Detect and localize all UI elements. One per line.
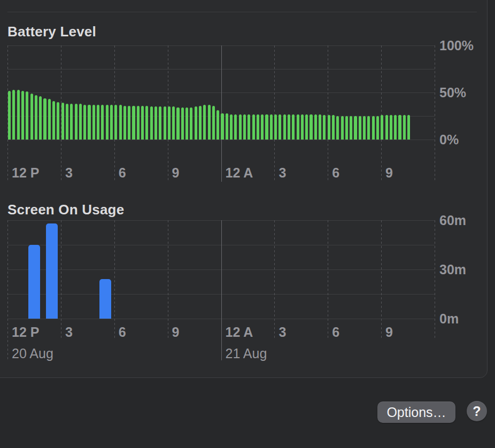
x-axis-label: 3	[279, 165, 286, 180]
battery-bar	[66, 104, 68, 140]
battery-bar	[221, 113, 223, 140]
battery-bar	[216, 110, 219, 140]
battery-bar	[310, 114, 312, 140]
battery-bar	[176, 107, 179, 140]
battery-bar	[398, 115, 401, 140]
battery-bar	[48, 99, 51, 140]
x-axis-label: 12 P	[12, 165, 39, 180]
battery-bar	[119, 105, 122, 140]
battery-bar	[150, 106, 153, 140]
battery-bar	[30, 94, 33, 140]
x-axis-label: 6	[332, 165, 339, 180]
battery-bar	[350, 116, 352, 140]
battery-bar	[70, 104, 73, 140]
battery-bar	[274, 114, 277, 140]
battery-bar	[141, 106, 144, 140]
usage-bar	[99, 279, 111, 319]
battery-bar	[265, 114, 268, 140]
screen-on-usage-title: Screen On Usage	[7, 202, 124, 218]
hour-gridline	[435, 220, 435, 339]
battery-bar	[110, 105, 113, 140]
y-axis-label: 30m	[439, 262, 466, 277]
battery-bar	[345, 116, 348, 140]
x-axis-label: 12 A	[226, 325, 253, 339]
battery-bar	[132, 106, 135, 140]
battery-bar	[243, 114, 246, 140]
battery-bar	[190, 107, 192, 140]
date-label: 21 Aug	[226, 346, 267, 361]
battery-bar	[185, 107, 188, 140]
battery-bar	[367, 116, 370, 140]
section-separator	[7, 12, 477, 12]
battery-bar	[297, 114, 299, 140]
x-axis-label: 3	[65, 325, 73, 339]
battery-bar	[128, 106, 130, 140]
battery-bar	[212, 106, 215, 140]
battery-bar	[336, 116, 339, 140]
y-axis-label: 0%	[439, 132, 459, 147]
x-axis-label: 3	[279, 325, 286, 339]
battery-bar	[159, 106, 161, 140]
battery-bar	[301, 114, 304, 140]
y-axis-label: 50%	[439, 85, 466, 100]
battery-bar	[145, 106, 148, 140]
battery-level-title: Battery Level	[7, 24, 96, 40]
battery-bar	[283, 114, 286, 140]
battery-bar	[203, 105, 206, 140]
battery-bar	[319, 114, 321, 140]
y-axis-label: 100%	[439, 38, 474, 53]
battery-bar	[101, 105, 104, 140]
battery-bar	[52, 101, 55, 140]
battery-bar	[21, 91, 24, 140]
battery-bar	[106, 105, 109, 140]
y-axis-label: 0m	[439, 311, 459, 326]
battery-bar	[123, 106, 126, 140]
battery-bar	[394, 115, 397, 140]
charts-card	[0, 0, 488, 378]
battery-bar	[83, 105, 86, 140]
battery-bar	[39, 96, 42, 140]
hour-gridline	[274, 45, 275, 182]
x-axis-label: 6	[119, 325, 126, 339]
x-axis-label: 6	[332, 325, 339, 339]
hour-gridline	[168, 220, 168, 339]
hour-gridline	[328, 220, 328, 339]
battery-bar	[385, 115, 388, 140]
battery-bar	[97, 105, 99, 140]
battery-bar	[79, 104, 82, 140]
battery-bar	[226, 113, 228, 140]
battery-bar	[8, 91, 11, 140]
battery-bar	[341, 116, 344, 140]
battery-bar	[43, 98, 46, 140]
battery-bar	[199, 106, 202, 140]
help-button[interactable]: ?	[467, 401, 487, 421]
battery-settings-pane: Battery Level Screen On Usage Options… ?…	[0, 0, 495, 448]
hour-gridline	[381, 45, 382, 182]
hour-gridline	[274, 220, 275, 339]
battery-bar	[381, 115, 383, 140]
battery-bar	[239, 114, 242, 140]
battery-bar	[154, 106, 157, 140]
battery-bar	[57, 102, 59, 140]
x-axis-label: 3	[65, 165, 73, 180]
battery-bar	[359, 116, 361, 140]
battery-bar	[248, 114, 250, 140]
battery-bar	[234, 114, 237, 140]
battery-bar	[288, 114, 290, 140]
battery-bar	[61, 103, 64, 140]
hour-gridline	[328, 45, 328, 182]
battery-bar	[208, 105, 211, 140]
battery-bar	[407, 115, 410, 140]
y-axis-label: 60m	[439, 213, 466, 228]
battery-bar	[314, 114, 317, 140]
x-axis-label: 9	[172, 165, 180, 180]
battery-bar	[363, 116, 366, 140]
battery-bar	[26, 91, 28, 140]
battery-bar	[230, 114, 233, 140]
hour-gridline	[381, 220, 382, 339]
battery-bar	[305, 114, 308, 140]
options-button[interactable]: Options…	[377, 401, 455, 423]
battery-bar	[195, 106, 197, 140]
x-axis-label: 6	[119, 165, 126, 180]
battery-bar	[35, 95, 37, 140]
